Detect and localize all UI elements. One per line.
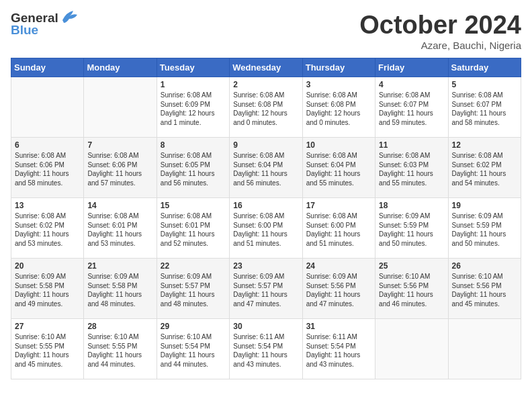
day-info: Sunrise: 6:08 AMSunset: 6:08 PMDaylight:… [233,91,298,127]
day-info: Sunrise: 6:08 AMSunset: 6:07 PMDaylight:… [452,91,517,127]
calendar-cell: 23Sunrise: 6:09 AMSunset: 5:57 PMDayligh… [230,259,302,319]
calendar-cell: 3Sunrise: 6:08 AMSunset: 6:08 PMDaylight… [302,77,375,138]
day-info: Sunrise: 6:09 AMSunset: 5:57 PMDaylight:… [233,272,298,308]
calendar-cell: 11Sunrise: 6:08 AMSunset: 6:03 PMDayligh… [375,138,448,198]
calendar-week-row: 6Sunrise: 6:08 AMSunset: 6:06 PMDaylight… [11,138,521,198]
day-number: 24 [306,261,371,271]
day-number: 20 [15,261,80,271]
day-number: 2 [233,80,298,89]
day-info: Sunrise: 6:08 AMSunset: 6:02 PMDaylight:… [15,212,80,248]
day-number: 9 [233,140,298,150]
day-number: 17 [306,201,371,210]
day-info: Sunrise: 6:08 AMSunset: 6:04 PMDaylight:… [306,151,371,187]
day-info: Sunrise: 6:09 AMSunset: 5:59 PMDaylight:… [452,212,517,248]
weekday-header-monday: Monday [84,58,157,77]
day-number: 12 [452,140,517,150]
day-info: Sunrise: 6:08 AMSunset: 6:00 PMDaylight:… [306,212,371,248]
day-number: 30 [233,322,298,331]
calendar-cell [84,77,157,138]
day-info: Sunrise: 6:09 AMSunset: 5:56 PMDaylight:… [306,272,371,308]
calendar-cell: 9Sunrise: 6:08 AMSunset: 6:04 PMDaylight… [230,138,302,198]
calendar-cell: 24Sunrise: 6:09 AMSunset: 5:56 PMDayligh… [302,259,375,319]
calendar-week-row: 20Sunrise: 6:09 AMSunset: 5:58 PMDayligh… [11,259,521,319]
day-number: 23 [233,261,298,271]
day-number: 18 [379,201,444,210]
day-number: 14 [87,201,152,210]
day-number: 13 [15,201,80,210]
day-number: 25 [379,261,444,271]
day-info: Sunrise: 6:08 AMSunset: 6:01 PMDaylight:… [161,212,226,248]
calendar-cell: 20Sunrise: 6:09 AMSunset: 5:58 PMDayligh… [11,259,84,319]
calendar-cell [448,319,521,379]
day-info: Sunrise: 6:09 AMSunset: 5:59 PMDaylight:… [379,212,444,248]
calendar-cell [11,77,84,138]
calendar-cell: 10Sunrise: 6:08 AMSunset: 6:04 PMDayligh… [302,138,375,198]
day-info: Sunrise: 6:08 AMSunset: 6:06 PMDaylight:… [15,151,80,187]
weekday-header-thursday: Thursday [302,58,375,77]
day-number: 6 [15,140,80,150]
day-number: 4 [379,80,444,89]
calendar-cell: 7Sunrise: 6:08 AMSunset: 6:06 PMDaylight… [84,138,157,198]
day-number: 19 [452,201,517,210]
day-info: Sunrise: 6:08 AMSunset: 6:07 PMDaylight:… [379,91,444,127]
day-number: 7 [87,140,152,150]
calendar-week-row: 27Sunrise: 6:10 AMSunset: 5:55 PMDayligh… [11,319,521,379]
calendar-cell: 13Sunrise: 6:08 AMSunset: 6:02 PMDayligh… [11,198,84,259]
calendar-cell [375,319,448,379]
weekday-header-saturday: Saturday [448,58,521,77]
calendar-cell: 21Sunrise: 6:09 AMSunset: 5:58 PMDayligh… [84,259,157,319]
title-block: October 2024 Azare, Bauchi, Nigeria [359,11,521,51]
weekday-header-tuesday: Tuesday [157,58,229,77]
day-info: Sunrise: 6:10 AMSunset: 5:56 PMDaylight:… [452,272,517,308]
weekday-header-row: SundayMondayTuesdayWednesdayThursdayFrid… [11,58,521,77]
day-number: 11 [379,140,444,150]
weekday-header-friday: Friday [375,58,448,77]
calendar-week-row: 13Sunrise: 6:08 AMSunset: 6:02 PMDayligh… [11,198,521,259]
calendar-cell: 29Sunrise: 6:10 AMSunset: 5:54 PMDayligh… [157,319,229,379]
day-info: Sunrise: 6:09 AMSunset: 5:57 PMDaylight:… [161,272,226,308]
day-number: 16 [233,201,298,210]
calendar-cell: 31Sunrise: 6:11 AMSunset: 5:54 PMDayligh… [302,319,375,379]
day-number: 10 [306,140,371,150]
month-title: October 2024 [359,11,521,40]
calendar-cell: 1Sunrise: 6:08 AMSunset: 6:09 PMDaylight… [157,77,229,138]
calendar-cell: 18Sunrise: 6:09 AMSunset: 5:59 PMDayligh… [375,198,448,259]
calendar-cell: 27Sunrise: 6:10 AMSunset: 5:55 PMDayligh… [11,319,84,379]
calendar-cell: 22Sunrise: 6:09 AMSunset: 5:57 PMDayligh… [157,259,229,319]
day-number: 1 [161,80,226,89]
day-number: 21 [87,261,152,271]
day-info: Sunrise: 6:09 AMSunset: 5:58 PMDaylight:… [87,272,152,308]
day-info: Sunrise: 6:10 AMSunset: 5:55 PMDaylight:… [15,332,80,369]
day-number: 31 [306,322,371,331]
day-number: 8 [161,140,226,150]
calendar-week-row: 1Sunrise: 6:08 AMSunset: 6:09 PMDaylight… [11,77,521,138]
day-info: Sunrise: 6:08 AMSunset: 6:08 PMDaylight:… [306,91,371,127]
calendar-cell: 30Sunrise: 6:11 AMSunset: 5:54 PMDayligh… [230,319,302,379]
day-number: 15 [161,201,226,210]
calendar-cell: 12Sunrise: 6:08 AMSunset: 6:02 PMDayligh… [448,138,521,198]
day-info: Sunrise: 6:11 AMSunset: 5:54 PMDaylight:… [306,332,371,369]
calendar-cell: 28Sunrise: 6:10 AMSunset: 5:55 PMDayligh… [84,319,157,379]
day-number: 29 [161,322,226,331]
day-info: Sunrise: 6:10 AMSunset: 5:56 PMDaylight:… [379,272,444,308]
day-info: Sunrise: 6:09 AMSunset: 5:58 PMDaylight:… [15,272,80,308]
location-title: Azare, Bauchi, Nigeria [359,40,521,51]
weekday-header-sunday: Sunday [11,58,84,77]
day-number: 28 [87,322,152,331]
day-info: Sunrise: 6:11 AMSunset: 5:54 PMDaylight:… [233,332,298,369]
day-info: Sunrise: 6:08 AMSunset: 6:02 PMDaylight:… [452,151,517,187]
day-info: Sunrise: 6:08 AMSunset: 6:06 PMDaylight:… [87,151,152,187]
day-info: Sunrise: 6:08 AMSunset: 6:05 PMDaylight:… [161,151,226,187]
calendar-cell: 16Sunrise: 6:08 AMSunset: 6:00 PMDayligh… [230,198,302,259]
calendar-cell: 25Sunrise: 6:10 AMSunset: 5:56 PMDayligh… [375,259,448,319]
calendar-cell: 2Sunrise: 6:08 AMSunset: 6:08 PMDaylight… [230,77,302,138]
day-number: 27 [15,322,80,331]
day-number: 3 [306,80,371,89]
logo-bird-icon [60,9,79,24]
calendar-cell: 5Sunrise: 6:08 AMSunset: 6:07 PMDaylight… [448,77,521,138]
calendar-cell: 8Sunrise: 6:08 AMSunset: 6:05 PMDaylight… [157,138,229,198]
day-info: Sunrise: 6:08 AMSunset: 6:01 PMDaylight:… [87,212,152,248]
day-info: Sunrise: 6:08 AMSunset: 6:09 PMDaylight:… [161,91,226,127]
day-info: Sunrise: 6:08 AMSunset: 6:03 PMDaylight:… [379,151,444,187]
day-info: Sunrise: 6:10 AMSunset: 5:54 PMDaylight:… [161,332,226,369]
